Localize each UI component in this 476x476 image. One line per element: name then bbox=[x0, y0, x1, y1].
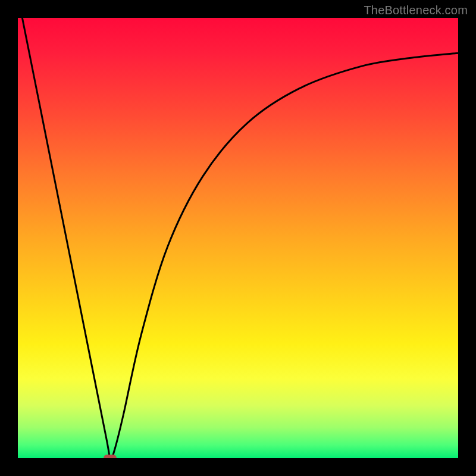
bottleneck-curve bbox=[18, 18, 458, 458]
curve-path bbox=[18, 18, 458, 458]
optimum-marker bbox=[104, 455, 117, 458]
plot-area bbox=[18, 18, 458, 458]
watermark-text: TheBottleneck.com bbox=[364, 4, 468, 17]
chart-frame: TheBottleneck.com bbox=[0, 0, 476, 476]
